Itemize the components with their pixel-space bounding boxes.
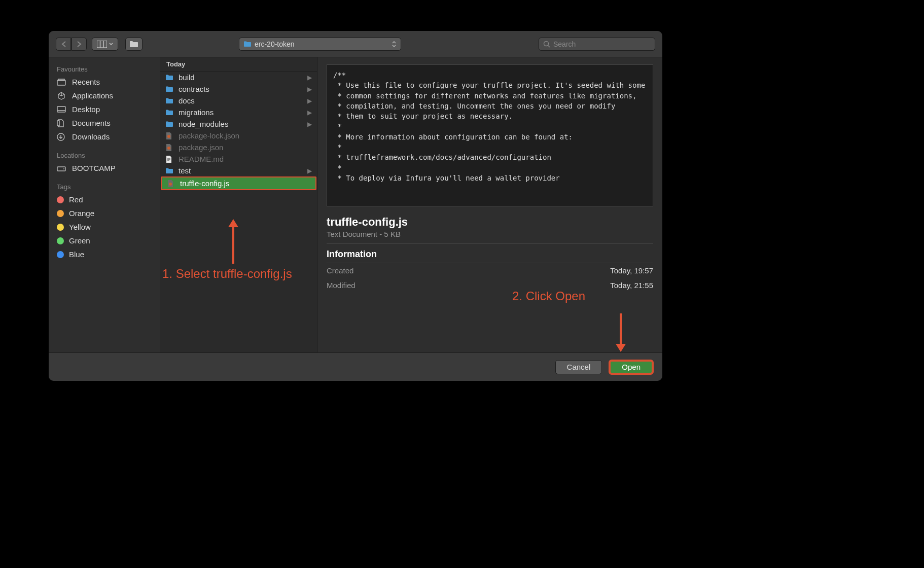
- folder-icon: [165, 110, 174, 116]
- file-name: docs: [179, 96, 195, 105]
- desktop-icon: [57, 106, 67, 113]
- sidebar-header-locations: Locations: [49, 149, 160, 161]
- path-dropdown[interactable]: erc-20-token: [239, 38, 401, 51]
- svg-point-17: [169, 183, 172, 186]
- applications-icon: [57, 92, 67, 100]
- info-row-created: Created Today, 19:57: [327, 263, 653, 278]
- sidebar-item-desktop[interactable]: Desktop: [49, 102, 160, 116]
- folder-icon: [165, 75, 174, 81]
- file-icon: [167, 180, 176, 188]
- sidebar-item-documents[interactable]: Documents: [49, 116, 160, 130]
- info-row-modified: Modified Today, 21:55: [327, 278, 653, 293]
- sidebar-item-applications[interactable]: Applications: [49, 89, 160, 102]
- svg-rect-16: [167, 160, 169, 161]
- sidebar-tag-red[interactable]: Red: [49, 193, 160, 206]
- chevron-right-icon: ▶: [307, 97, 312, 104]
- sidebar-item-label: Documents: [72, 119, 111, 127]
- info-value: Today, 21:55: [610, 281, 653, 290]
- file-name: truffle-config.js: [180, 179, 229, 188]
- chevron-down-icon: [109, 43, 113, 46]
- dialog-footer: Cancel Open: [49, 352, 662, 381]
- sidebar-item-bootcamp[interactable]: BOOTCAMP: [49, 161, 160, 175]
- chevron-right-icon: ▶: [307, 74, 312, 81]
- sidebar-item-label: Green: [69, 236, 90, 245]
- sidebar-tag-orange[interactable]: Orange: [49, 206, 160, 220]
- folder-icon: [165, 168, 174, 174]
- file-column-header: Today: [160, 57, 317, 72]
- svg-point-3: [544, 41, 549, 46]
- info-label: Created: [327, 266, 353, 275]
- file-row[interactable]: package-lock.json: [160, 130, 317, 141]
- documents-icon: [57, 119, 67, 127]
- file-icon: [165, 132, 174, 140]
- svg-rect-7: [57, 106, 65, 112]
- file-name: contracts: [179, 85, 209, 93]
- preview-info-header: Information: [327, 249, 653, 263]
- file-list: build▶contracts▶docs▶migrations▶node_mod…: [160, 72, 317, 352]
- file-row[interactable]: truffle-config.js: [161, 176, 316, 190]
- back-button[interactable]: [56, 38, 71, 51]
- cancel-button[interactable]: Cancel: [555, 360, 602, 374]
- sidebar-item-label: Desktop: [72, 105, 100, 114]
- folder-icon: [165, 98, 174, 104]
- file-column: Today build▶contracts▶docs▶migrations▶no…: [160, 57, 317, 352]
- file-row[interactable]: package.json: [160, 141, 317, 153]
- tag-dot-icon: [57, 237, 64, 244]
- current-folder-label: erc-20-token: [255, 40, 295, 48]
- file-row[interactable]: README.md: [160, 153, 317, 165]
- preview-file-subtitle: Text Document - 5 KB: [327, 230, 653, 244]
- sidebar-item-label: Orange: [69, 209, 94, 218]
- folder-icon: [165, 121, 174, 127]
- sidebar-item-downloads[interactable]: Downloads: [49, 130, 160, 144]
- sidebar-item-label: Red: [69, 195, 83, 204]
- preview-column: /** * Use this file to configure your tr…: [317, 57, 662, 352]
- file-row[interactable]: test▶: [160, 165, 317, 176]
- file-name: node_modules: [179, 120, 228, 128]
- tag-dot-icon: [57, 210, 64, 217]
- disk-icon: [57, 165, 67, 172]
- sidebar-tag-yellow[interactable]: Yellow: [49, 220, 160, 234]
- columns-icon: [97, 41, 107, 48]
- folder-plus-icon: [129, 41, 138, 48]
- sidebar-item-label: Yellow: [69, 223, 91, 231]
- sidebar: Favourites Recents Applications Desktop …: [49, 57, 160, 352]
- tag-dot-icon: [57, 251, 64, 258]
- updown-icon: [392, 41, 397, 48]
- forward-button[interactable]: [72, 38, 87, 51]
- file-name: README.md: [179, 155, 224, 163]
- svg-point-13: [167, 147, 170, 150]
- file-open-dialog: erc-20-token Search Favourites Recents A…: [49, 31, 662, 381]
- search-input[interactable]: Search: [539, 38, 655, 51]
- tag-dot-icon: [57, 196, 64, 203]
- sidebar-header-tags: Tags: [49, 180, 160, 193]
- sidebar-item-label: BOOTCAMP: [72, 164, 116, 172]
- file-row[interactable]: node_modules▶: [160, 118, 317, 130]
- sidebar-tag-green[interactable]: Green: [49, 234, 160, 247]
- open-button[interactable]: Open: [609, 360, 653, 374]
- new-folder-button[interactable]: [125, 38, 143, 51]
- sidebar-item-label: Downloads: [72, 132, 110, 141]
- sidebar-item-label: Blue: [69, 250, 84, 259]
- nav-group: [56, 38, 87, 51]
- svg-rect-14: [167, 158, 170, 159]
- tag-dot-icon: [57, 224, 64, 231]
- view-mode-button[interactable]: [92, 38, 118, 51]
- sidebar-item-label: Recents: [72, 78, 100, 86]
- sidebar-item-recents[interactable]: Recents: [49, 75, 160, 89]
- svg-point-12: [167, 135, 170, 138]
- file-name: test: [179, 166, 191, 175]
- sidebar-item-label: Applications: [72, 91, 113, 100]
- file-name: package.json: [179, 143, 223, 152]
- chevron-right-icon: ▶: [307, 121, 312, 128]
- file-row[interactable]: build▶: [160, 72, 317, 83]
- file-row[interactable]: contracts▶: [160, 83, 317, 95]
- file-name: package-lock.json: [179, 131, 239, 140]
- sidebar-tag-blue[interactable]: Blue: [49, 247, 160, 261]
- file-row[interactable]: migrations▶: [160, 106, 317, 118]
- svg-line-4: [548, 45, 550, 47]
- downloads-icon: [57, 133, 67, 141]
- file-row[interactable]: docs▶: [160, 95, 317, 106]
- sidebar-header-favourites: Favourites: [49, 62, 160, 75]
- search-icon: [543, 41, 550, 48]
- chevron-right-icon: ▶: [307, 109, 312, 116]
